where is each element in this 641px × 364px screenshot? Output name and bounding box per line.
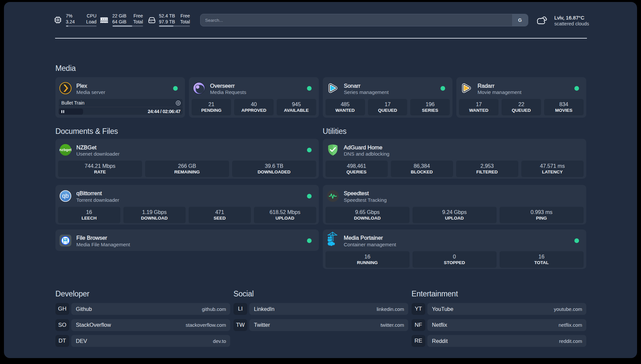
svg-text:qb: qb xyxy=(62,193,69,199)
svg-text:nzbget: nzbget xyxy=(59,147,72,152)
